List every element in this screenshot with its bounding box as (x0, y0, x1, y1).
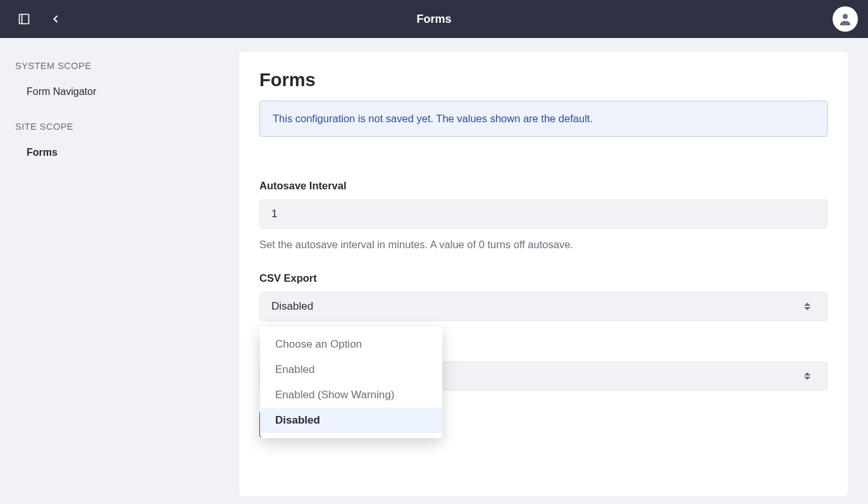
settings-panel: Forms This configuration is not saved ye… (239, 52, 848, 496)
back-icon[interactable] (46, 9, 66, 29)
sort-arrows-icon (804, 299, 815, 313)
svg-point-2 (843, 14, 848, 19)
sidebar-item-forms[interactable]: Forms (15, 141, 224, 165)
autosave-label: Autosave Interval (259, 180, 828, 192)
csv-export-field-group: CSV Export Disabled Choose an Option Ena… (259, 272, 828, 321)
autosave-field-group: Autosave Interval Set the autosave inter… (259, 180, 828, 251)
system-scope-label: SYSTEM SCOPE (15, 61, 224, 71)
sidebar: SYSTEM SCOPE Form Navigator SITE SCOPE F… (0, 38, 239, 504)
layout: SYSTEM SCOPE Form Navigator SITE SCOPE F… (0, 38, 868, 504)
csv-export-dropdown: Choose an Option Enabled Enabled (Show W… (260, 327, 442, 438)
dropdown-option-disabled[interactable]: Disabled (260, 408, 442, 433)
topbar-left (14, 9, 66, 29)
csv-export-select[interactable]: Disabled Choose an Option Enabled Enable… (259, 292, 828, 321)
panel-title: Forms (259, 70, 828, 91)
dropdown-option-enabled[interactable]: Enabled (260, 357, 442, 382)
autosave-input[interactable] (259, 199, 828, 229)
panel-toggle-icon[interactable] (14, 9, 34, 29)
csv-export-label: CSV Export (259, 272, 828, 284)
svg-rect-0 (20, 15, 29, 24)
csv-export-selected: Disabled (271, 300, 313, 313)
page-title: Forms (0, 13, 868, 26)
autosave-help: Set the autosave interval in minutes. A … (259, 239, 828, 251)
site-scope-label: SITE SCOPE (15, 122, 224, 132)
info-banner: This configuration is not saved yet. The… (259, 101, 828, 137)
avatar[interactable] (833, 6, 858, 32)
sort-arrows-icon (804, 369, 815, 383)
sidebar-item-form-navigator[interactable]: Form Navigator (15, 80, 224, 104)
dropdown-option-enabled-warning[interactable]: Enabled (Show Warning) (260, 382, 442, 408)
top-bar: Forms (0, 0, 868, 38)
dropdown-option-choose[interactable]: Choose an Option (260, 332, 442, 357)
